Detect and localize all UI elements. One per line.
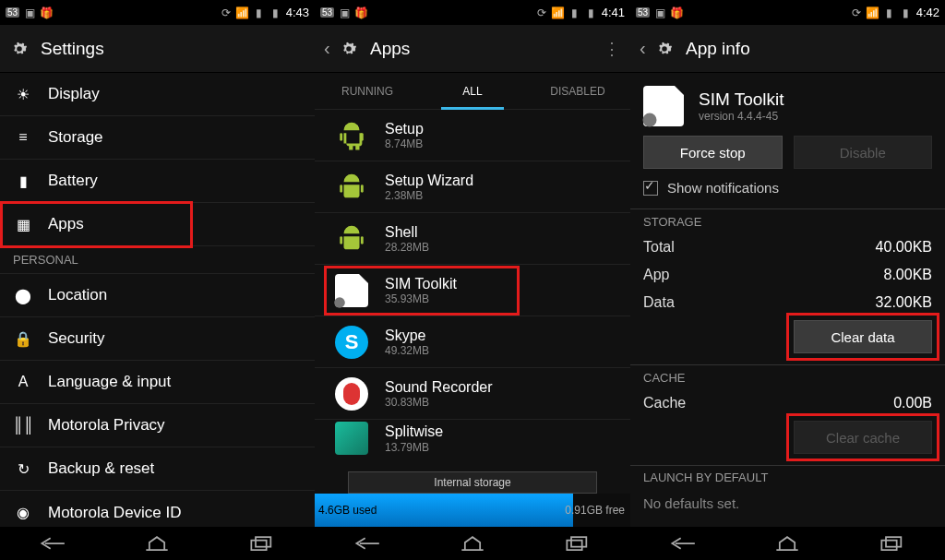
app-name: SIM Toolkit bbox=[699, 89, 784, 110]
section-launch: LAUNCH BY DEFAULT bbox=[630, 466, 945, 488]
status-badge: 53 bbox=[636, 7, 650, 18]
tab-running[interactable]: RUNNING bbox=[315, 73, 420, 109]
back-icon[interactable] bbox=[670, 535, 696, 552]
tab-all[interactable]: ALL bbox=[420, 73, 525, 109]
svg-rect-0 bbox=[251, 540, 266, 549]
svg-rect-5 bbox=[361, 133, 364, 141]
kv-data: Data32.00KB bbox=[630, 289, 945, 316]
sim-icon bbox=[335, 274, 368, 307]
svg-rect-11 bbox=[567, 540, 581, 549]
item-moto-id[interactable]: ◉Motorola Device ID bbox=[0, 491, 315, 527]
wifi-icon: 📶 bbox=[236, 6, 249, 19]
svg-rect-14 bbox=[881, 540, 896, 549]
recent-icon[interactable] bbox=[565, 535, 591, 552]
force-stop-button[interactable]: Force stop bbox=[643, 136, 783, 169]
item-backup[interactable]: ↻Backup & reset bbox=[0, 447, 315, 491]
home-icon[interactable] bbox=[774, 535, 800, 552]
tab-disabled[interactable]: DISABLED bbox=[525, 73, 630, 109]
settings-list: ☀Display ≡Storage ▮Battery ▦Apps PERSONA… bbox=[0, 73, 315, 527]
gear-icon bbox=[9, 39, 30, 59]
item-security[interactable]: 🔒Security bbox=[0, 317, 315, 361]
kv-total: Total40.00KB bbox=[630, 233, 945, 261]
home-icon[interactable] bbox=[144, 535, 170, 552]
button-row: Force stop Disable bbox=[630, 136, 945, 180]
back-caret-icon[interactable]: ‹ bbox=[640, 38, 649, 59]
recent-icon[interactable] bbox=[249, 535, 275, 552]
photo-icon: ▣ bbox=[653, 6, 666, 19]
item-display[interactable]: ☀Display bbox=[0, 73, 315, 116]
status-bar: 53 ▣ 🎁 ⟳ 📶 ▮ ▮ 4:42 bbox=[630, 0, 945, 25]
battery-icon: ▮ bbox=[13, 171, 33, 191]
recent-icon[interactable] bbox=[879, 535, 905, 552]
app-item[interactable]: Splitwise13.79MB bbox=[315, 420, 630, 457]
storage-bar: 4.6GB used 0.91GB free bbox=[315, 494, 630, 527]
clock: 4:43 bbox=[286, 6, 309, 19]
clear-data-button[interactable]: Clear data bbox=[794, 320, 932, 353]
app-item-sim[interactable]: SIM Toolkit35.93MB bbox=[315, 265, 630, 316]
action-bar: ‹ App info bbox=[630, 25, 945, 73]
wifi-icon: 📶 bbox=[867, 6, 879, 19]
skype-icon: S bbox=[335, 326, 368, 359]
app-item[interactable]: Shell28.28MB bbox=[315, 213, 630, 265]
storage-free: 0.91GB free bbox=[565, 504, 625, 517]
nav-bar bbox=[630, 527, 945, 560]
svg-rect-6 bbox=[340, 185, 342, 193]
recorder-icon bbox=[335, 377, 368, 411]
svg-rect-9 bbox=[361, 236, 364, 244]
android-icon bbox=[335, 222, 368, 256]
svg-rect-1 bbox=[256, 537, 270, 546]
section-cache: CACHE bbox=[630, 365, 945, 389]
clock: 4:42 bbox=[916, 6, 939, 19]
item-apps[interactable]: ▦Apps bbox=[0, 203, 315, 246]
item-location[interactable]: ⬤Location bbox=[0, 274, 315, 317]
rotate-icon: ⟳ bbox=[535, 6, 548, 19]
status-badge: 53 bbox=[320, 7, 334, 18]
disable-button: Disable bbox=[794, 136, 933, 169]
item-language[interactable]: ALanguage & input bbox=[0, 361, 315, 404]
appinfo-content[interactable]: SIM Toolkit version 4.4.4-45 Force stop … bbox=[630, 73, 945, 527]
svg-point-10 bbox=[334, 297, 345, 308]
back-icon[interactable] bbox=[40, 535, 66, 552]
rotate-icon: ⟳ bbox=[850, 6, 863, 19]
checkbox-icon[interactable] bbox=[643, 181, 658, 196]
battery-icon: ▮ bbox=[585, 6, 598, 19]
phone-appinfo: 53 ▣ 🎁 ⟳ 📶 ▮ ▮ 4:42 ‹ App info SIM Toolk… bbox=[630, 0, 945, 560]
app-header: SIM Toolkit version 4.4.4-45 bbox=[630, 73, 945, 136]
overflow-icon[interactable]: ⋮ bbox=[604, 39, 621, 59]
back-caret-icon[interactable]: ‹ bbox=[324, 38, 333, 59]
photo-icon: ▣ bbox=[338, 6, 351, 19]
battery-icon: ▮ bbox=[900, 6, 913, 19]
section-storage: STORAGE bbox=[630, 209, 945, 233]
android-icon bbox=[335, 171, 368, 204]
app-item[interactable]: Sound Recorder30.83MB bbox=[315, 368, 630, 420]
phone-settings: 53 ▣ 🎁 ⟳ 📶 ▮ ▮ 4:43 Settings ☀Display ≡S… bbox=[0, 0, 315, 560]
back-icon[interactable] bbox=[354, 535, 380, 552]
svg-rect-7 bbox=[361, 185, 364, 193]
clear-cache-button: Clear cache bbox=[794, 421, 932, 454]
item-battery[interactable]: ▮Battery bbox=[0, 160, 315, 203]
action-bar: ‹ Apps ⋮ bbox=[315, 25, 630, 73]
no-defaults: No defaults set. bbox=[630, 488, 945, 511]
clock: 4:41 bbox=[602, 6, 625, 19]
signal-icon: ▮ bbox=[883, 6, 896, 19]
signal-icon: ▮ bbox=[568, 6, 581, 19]
nav-bar bbox=[0, 527, 315, 560]
kv-cache: Cache0.00B bbox=[630, 389, 945, 417]
phone-apps: 53 ▣ 🎁 ⟳ 📶 ▮ ▮ 4:41 ‹ Apps ⋮ RUNNING ALL… bbox=[315, 0, 630, 560]
svg-rect-12 bbox=[571, 537, 586, 546]
show-notifications-row[interactable]: Show notifications bbox=[630, 180, 945, 209]
item-privacy[interactable]: ║║Motorola Privacy bbox=[0, 404, 315, 447]
app-item[interactable]: Setup Wizard2.38MB bbox=[315, 161, 630, 213]
app-item[interactable]: S Skype49.32MB bbox=[315, 316, 630, 368]
svg-rect-8 bbox=[340, 236, 342, 244]
photo-icon: ▣ bbox=[23, 6, 36, 19]
status-bar: 53 ▣ 🎁 ⟳ 📶 ▮ ▮ 4:43 bbox=[0, 0, 315, 25]
lang-icon: A bbox=[13, 372, 33, 392]
gear-icon bbox=[339, 39, 359, 59]
app-version: version 4.4.4-45 bbox=[699, 110, 784, 123]
location-icon: ⬤ bbox=[13, 285, 33, 305]
item-storage[interactable]: ≡Storage bbox=[0, 116, 315, 160]
app-list[interactable]: Setup8.74MB Setup Wizard2.38MB Shell28.2… bbox=[315, 110, 630, 471]
app-item[interactable]: Setup8.74MB bbox=[315, 110, 630, 161]
home-icon[interactable] bbox=[460, 535, 485, 552]
